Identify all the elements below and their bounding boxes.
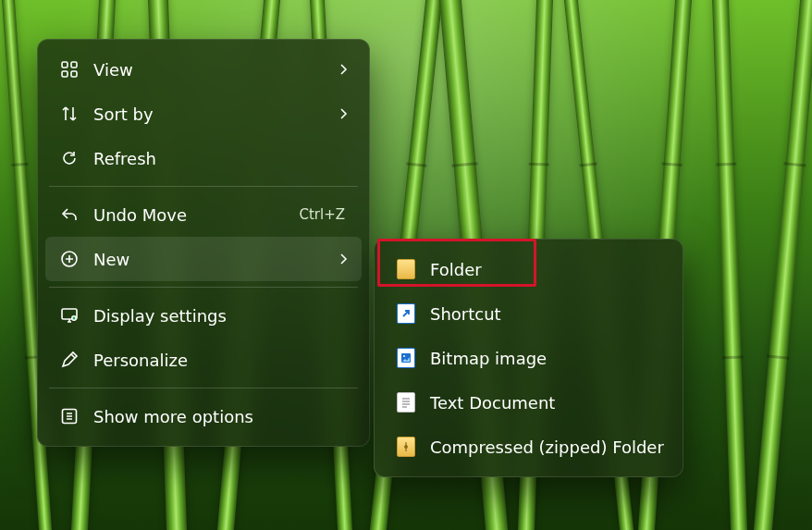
submenu-item-label: Folder (430, 260, 664, 279)
zip-folder-icon (393, 437, 419, 457)
submenu-item-label: Text Document (430, 393, 664, 413)
desktop-context-menu: View Sort by Refresh Undo Move (37, 39, 370, 447)
menu-item-personalize[interactable]: Personalize (45, 338, 362, 382)
menu-item-shortcut: Ctrl+Z (299, 206, 345, 223)
bitmap-icon (393, 348, 419, 368)
menu-item-new[interactable]: New (45, 237, 362, 281)
new-submenu: Folder Shortcut Bitmap image Text Docume… (374, 239, 683, 477)
chevron-right-icon (336, 253, 351, 265)
menu-item-label: New (93, 250, 336, 269)
menu-item-label: Undo Move (93, 205, 299, 225)
folder-icon (393, 259, 419, 279)
svg-rect-3 (71, 71, 77, 77)
submenu-item-label: Shortcut (430, 304, 664, 324)
menu-item-label: View (93, 60, 336, 80)
submenu-item-compressed-folder[interactable]: Compressed (zipped) Folder (382, 425, 675, 469)
menu-item-show-more-options[interactable]: Show more options (45, 394, 362, 438)
submenu-item-shortcut[interactable]: Shortcut (382, 291, 675, 336)
menu-item-refresh[interactable]: Refresh (45, 136, 362, 180)
menu-item-label: Show more options (93, 407, 351, 426)
display-icon (56, 306, 82, 325)
svg-rect-1 (71, 62, 77, 68)
menu-item-label: Sort by (93, 105, 336, 124)
more-options-icon (56, 407, 82, 425)
menu-separator (49, 287, 358, 288)
submenu-item-label: Compressed (zipped) Folder (430, 438, 664, 457)
chevron-right-icon (336, 107, 351, 120)
undo-icon (56, 205, 82, 224)
svg-point-9 (403, 355, 405, 357)
chevron-right-icon (336, 63, 351, 76)
sort-icon (56, 105, 82, 123)
svg-rect-0 (62, 62, 68, 68)
svg-rect-2 (62, 71, 68, 77)
menu-item-label: Personalize (93, 351, 351, 370)
personalize-icon (56, 351, 82, 369)
menu-item-label: Display settings (93, 306, 351, 326)
view-icon (56, 60, 82, 79)
submenu-item-bitmap-image[interactable]: Bitmap image (382, 336, 675, 380)
submenu-item-label: Bitmap image (430, 349, 664, 368)
menu-item-display-settings[interactable]: Display settings (45, 293, 362, 338)
submenu-item-folder[interactable]: Folder (382, 247, 675, 291)
menu-separator (49, 186, 358, 187)
shortcut-icon (393, 303, 419, 324)
svg-point-6 (72, 316, 76, 320)
text-document-icon (393, 392, 419, 413)
menu-item-sort-by[interactable]: Sort by (45, 92, 362, 136)
menu-separator (49, 388, 358, 388)
submenu-item-text-document[interactable]: Text Document (382, 380, 675, 425)
menu-item-view[interactable]: View (45, 47, 362, 92)
menu-item-label: Refresh (93, 149, 351, 168)
svg-point-10 (405, 446, 408, 449)
refresh-icon (56, 149, 82, 167)
menu-item-undo-move[interactable]: Undo Move Ctrl+Z (45, 192, 362, 237)
add-icon (56, 250, 82, 268)
